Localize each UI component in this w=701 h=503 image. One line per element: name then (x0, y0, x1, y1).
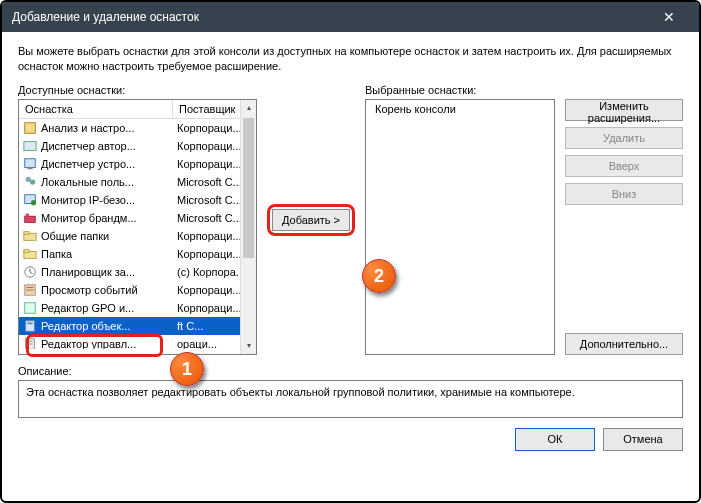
close-button[interactable]: ✕ (649, 2, 689, 32)
list-item[interactable]: Просмотр событийКорпораци... (19, 281, 256, 299)
svg-point-5 (30, 179, 35, 184)
svg-rect-11 (24, 231, 29, 234)
list-item[interactable]: Редактор управл... ораци... (19, 335, 256, 349)
snapin-icon (22, 247, 38, 261)
svg-rect-3 (27, 167, 32, 169)
intro-text: Вы можете выбрать оснастки для этой конс… (18, 44, 683, 74)
svg-rect-18 (25, 302, 36, 313)
svg-rect-13 (24, 249, 29, 252)
svg-rect-19 (26, 320, 35, 331)
tree-root-label: Корень консоли (375, 103, 456, 115)
list-item[interactable]: Локальные поль...Microsoft C... (19, 173, 256, 191)
snapin-icon (22, 265, 38, 279)
snapin-name: Локальные поль... (41, 176, 173, 188)
list-item[interactable]: Редактор объек... ft C... (19, 317, 256, 335)
ok-button[interactable]: ОК (515, 428, 595, 451)
add-button[interactable]: Добавить > (272, 209, 350, 231)
advanced-button[interactable]: Дополнительно... (565, 333, 683, 355)
col-snapin[interactable]: Оснастка (19, 100, 173, 118)
snapin-icon (22, 301, 38, 315)
list-header: Оснастка Поставщик (19, 100, 256, 119)
titlebar: Добавление и удаление оснасток ✕ (2, 2, 699, 32)
scrollbar[interactable]: ▴ ▾ (240, 100, 256, 354)
selected-snapins-tree[interactable]: Корень консоли (365, 99, 555, 355)
list-item[interactable]: ПапкаКорпораци... (19, 245, 256, 263)
list-item[interactable]: Диспетчер устро...Корпораци... (19, 155, 256, 173)
list-item[interactable]: Диспетчер автор...Корпораци... (19, 137, 256, 155)
snapin-icon (22, 193, 38, 207)
snapin-icon (22, 337, 38, 349)
move-up-button: Вверх (565, 155, 683, 177)
list-item[interactable]: Редактор GPO и...Корпораци... (19, 299, 256, 317)
available-label: Доступные оснастки: (18, 84, 257, 96)
move-down-button: Вниз (565, 183, 683, 205)
snapin-name: Планировщик за... (41, 266, 173, 278)
svg-point-4 (26, 176, 31, 181)
snapin-name: Общие папки (41, 230, 173, 242)
snapin-name: Монитор брандм... (41, 212, 173, 224)
snapin-name: Диспетчер устро... (41, 158, 173, 170)
list-item[interactable]: Планировщик за...(с) Корпора... (19, 263, 256, 281)
snapin-name: Диспетчер автор... (41, 140, 173, 152)
snapin-icon (22, 229, 38, 243)
snapin-name: Папка (41, 248, 173, 260)
list-item[interactable]: Монитор IP-безо...Microsoft C... (19, 191, 256, 209)
available-snapins-list[interactable]: Оснастка Поставщик Анализ и настро...Кор… (18, 99, 257, 355)
svg-rect-20 (27, 322, 32, 324)
snapin-icon (22, 175, 38, 189)
svg-rect-9 (26, 213, 30, 216)
list-item[interactable]: Общие папкиКорпораци... (19, 227, 256, 245)
snapin-name: Анализ и настро... (41, 122, 173, 134)
annotation-marker-1: 1 (170, 352, 204, 386)
edit-extensions-button[interactable]: Изменить расширения... (565, 99, 683, 121)
tree-root-item[interactable]: Корень консоли (371, 103, 549, 115)
window-title: Добавление и удаление оснасток (12, 10, 199, 24)
description-label: Описание: (18, 365, 683, 377)
selected-label: Выбранные оснастки: (365, 84, 555, 96)
snapin-name: Монитор IP-безо... (41, 194, 173, 206)
svg-rect-8 (25, 216, 36, 222)
svg-rect-2 (25, 158, 36, 167)
svg-point-7 (31, 200, 36, 205)
snapin-name: Редактор объек... (41, 320, 173, 332)
snapin-icon (22, 211, 38, 225)
remove-button: Удалить (565, 127, 683, 149)
annotation-marker-2: 2 (362, 259, 396, 293)
list-item[interactable]: Анализ и настро...Корпораци... (19, 119, 256, 137)
scroll-up-icon[interactable]: ▴ (241, 100, 256, 116)
scroll-down-icon[interactable]: ▾ (241, 338, 256, 354)
cancel-button[interactable]: Отмена (603, 428, 683, 451)
snapin-name: Редактор GPO и... (41, 302, 173, 314)
snapin-icon (22, 319, 38, 333)
snapin-icon (22, 139, 38, 153)
description-box: Эта оснастка позволяет редактировать объ… (18, 380, 683, 418)
snapin-icon (22, 157, 38, 171)
list-item[interactable]: Монитор брандм...Microsoft C... (19, 209, 256, 227)
snapin-name: Просмотр событий (41, 284, 173, 296)
snapin-icon (22, 121, 38, 135)
svg-rect-1 (24, 141, 36, 150)
snapin-name: Редактор управл... (41, 338, 173, 349)
svg-rect-0 (25, 122, 36, 133)
close-icon: ✕ (663, 9, 675, 25)
scroll-thumb[interactable] (243, 118, 254, 258)
add-button-highlight: Добавить > (267, 204, 355, 236)
snapin-icon (22, 283, 38, 297)
